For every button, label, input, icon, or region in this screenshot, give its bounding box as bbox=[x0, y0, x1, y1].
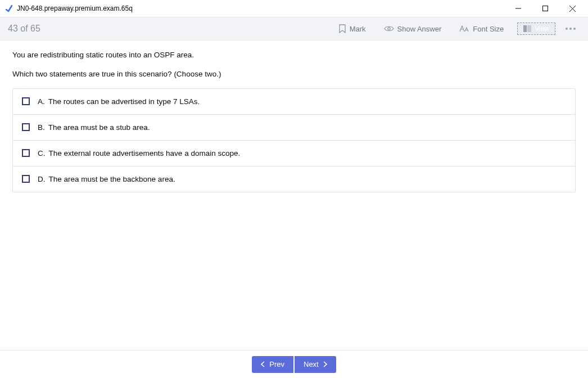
mark-button[interactable]: Mark bbox=[333, 22, 372, 35]
answer-checkbox[interactable] bbox=[22, 97, 30, 105]
answer-list: A. The routes can be advertised in type … bbox=[12, 88, 576, 192]
question-counter: 43 of 65 bbox=[8, 24, 40, 34]
answer-letter: B. bbox=[38, 123, 45, 132]
window-title: JN0-648.prepaway.premium.exam.65q bbox=[17, 4, 133, 12]
answer-letter: A. bbox=[38, 97, 45, 106]
answer-checkbox[interactable] bbox=[22, 175, 30, 183]
mark-label: Mark bbox=[350, 25, 366, 33]
font-size-label: Font Size bbox=[473, 25, 504, 33]
bookmark-icon bbox=[338, 24, 346, 33]
window-controls bbox=[507, 1, 584, 16]
next-button[interactable]: Next bbox=[295, 356, 336, 373]
minimize-button[interactable] bbox=[507, 1, 530, 16]
font-size-icon bbox=[459, 25, 469, 33]
answer-text: The external route advertisements have a… bbox=[49, 149, 241, 158]
app-icon bbox=[4, 4, 13, 13]
more-button[interactable] bbox=[563, 25, 578, 32]
maximize-button[interactable] bbox=[534, 1, 557, 16]
answer-option[interactable]: C. The external route advertisements hav… bbox=[13, 141, 575, 166]
view-icon bbox=[523, 25, 531, 32]
show-answer-label: Show Answer bbox=[397, 25, 442, 33]
answer-option[interactable]: A. The routes can be advertised in type … bbox=[13, 89, 575, 115]
view-label: View bbox=[535, 25, 549, 33]
answer-option[interactable]: B. The area must be a stub area. bbox=[13, 115, 575, 141]
chevron-left-icon bbox=[261, 361, 265, 367]
toolbar: 43 of 65 Mark Show Answer Font Size View bbox=[0, 17, 588, 40]
answer-letter: C. bbox=[38, 149, 46, 158]
footer: Prev Next bbox=[0, 350, 588, 378]
svg-rect-6 bbox=[527, 25, 531, 32]
font-size-button[interactable]: Font Size bbox=[454, 22, 509, 35]
eye-icon bbox=[384, 25, 394, 32]
chevron-right-icon bbox=[323, 361, 327, 367]
svg-rect-1 bbox=[543, 6, 548, 11]
svg-point-4 bbox=[387, 28, 390, 30]
answer-checkbox[interactable] bbox=[22, 123, 30, 131]
content-area: You are redistributing static routes int… bbox=[0, 40, 588, 201]
svg-rect-5 bbox=[523, 25, 527, 32]
show-answer-button[interactable]: Show Answer bbox=[378, 22, 447, 35]
view-button[interactable]: View bbox=[517, 22, 555, 35]
dots-icon bbox=[566, 28, 568, 30]
question-line-2: Which two statements are true in this sc… bbox=[12, 69, 576, 80]
question-line-1: You are redistributing static routes int… bbox=[12, 50, 576, 61]
close-button[interactable] bbox=[561, 1, 584, 16]
answer-letter: D. bbox=[38, 175, 46, 183]
prev-label: Prev bbox=[269, 360, 284, 368]
next-label: Next bbox=[304, 360, 319, 368]
answer-text: The area must be the backbone area. bbox=[49, 175, 175, 183]
answer-text: The area must be a stub area. bbox=[48, 123, 150, 132]
prev-button[interactable]: Prev bbox=[252, 356, 293, 373]
answer-text: The routes can be advertised in type 7 L… bbox=[48, 97, 200, 106]
answer-checkbox[interactable] bbox=[22, 149, 30, 157]
title-bar: JN0-648.prepaway.premium.exam.65q bbox=[0, 0, 588, 17]
answer-option[interactable]: D. The area must be the backbone area. bbox=[13, 166, 575, 192]
